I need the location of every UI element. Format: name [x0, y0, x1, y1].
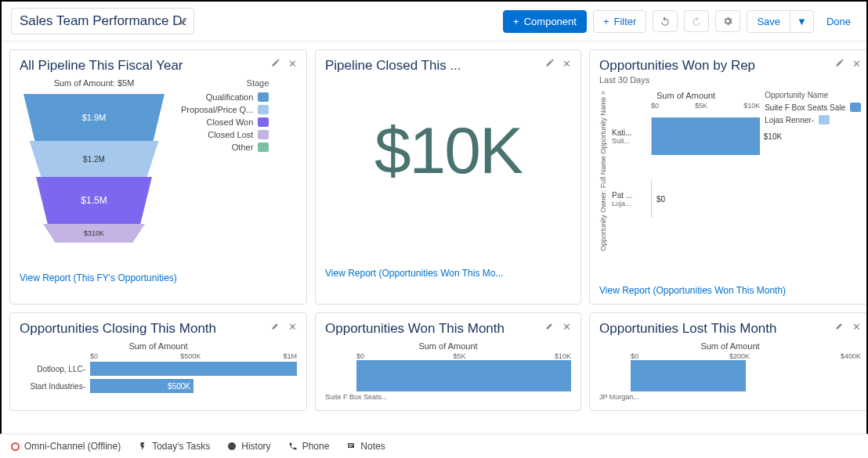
view-report-link[interactable]: View Report (Opportunities Won This Mont… [599, 285, 861, 296]
save-label: Save [757, 16, 780, 27]
tick: $500K [180, 352, 201, 360]
chart-title: Sum of Amount [599, 341, 861, 351]
card-title: Opportunities Won This Month [325, 321, 505, 337]
tick: $5K [453, 352, 465, 360]
card-lost-month: Opportunities Lost This Month ✕ Sum of A… [589, 312, 868, 411]
row-category: Suite F Box Seats... [325, 393, 571, 401]
bar [356, 360, 571, 391]
legend-item: Proposal/Price Q... [181, 105, 269, 114]
phone-label: Phone [302, 441, 330, 452]
todays-tasks-item[interactable]: Today's Tasks [138, 441, 210, 452]
card-closing-month: Opportunities Closing This Month ✕ Sum o… [9, 312, 307, 411]
pencil-icon[interactable] [271, 58, 280, 70]
close-icon[interactable]: ✕ [562, 58, 571, 70]
chart-row: Dotloop, LLC-$1M [20, 360, 297, 377]
bar: $1M [90, 362, 297, 376]
save-dropdown-button[interactable]: ▼ [790, 10, 814, 33]
legend-item: Suite F Box Seats Sale [765, 103, 861, 112]
chart-title: Sum of Amount [20, 341, 297, 351]
bar: $500K [90, 379, 193, 393]
pencil-icon[interactable] [271, 321, 280, 333]
add-filter-button[interactable]: + Filter [593, 10, 646, 33]
redo-button[interactable] [684, 10, 709, 32]
card-title: Pipeline Closed This ... [325, 58, 461, 74]
close-icon[interactable]: ✕ [288, 321, 297, 333]
card-won-month: Opportunities Won This Month ✕ Sum of Am… [315, 312, 581, 411]
status-ring-icon [11, 442, 20, 451]
close-icon[interactable]: ✕ [852, 58, 861, 70]
chart-row: Pat ...Loja... $0 [612, 175, 760, 222]
card-subtitle: Last 30 Days [599, 75, 755, 85]
chart-row: Start Industries-$500K [20, 377, 297, 395]
card-pipeline-fy: All Pipeline This Fiscal Year ✕ Sum of A… [9, 49, 307, 305]
notes-item[interactable]: Notes [346, 441, 385, 452]
legend-label: Proposal/Price Q... [181, 105, 253, 114]
lightning-icon [138, 442, 147, 451]
card-title: Opportunities Closing This Month [20, 321, 216, 337]
tick: $5K [695, 102, 707, 110]
bar-chart: Sum of Amount $0 $5K $10K Kati...Suit...… [612, 91, 760, 251]
view-report-link[interactable]: View Report (Opportunities Won This Mo..… [325, 268, 571, 279]
funnel-seg-3: $1.5M [36, 177, 152, 224]
gear-icon [722, 16, 733, 27]
settings-button[interactable] [715, 10, 740, 32]
chart-legend: Opportunity Name Suite F Box Seats Sale … [765, 91, 861, 251]
close-icon[interactable]: ✕ [852, 321, 861, 333]
phone-item[interactable]: Phone [288, 441, 330, 452]
utility-bar: Omni-Channel (Offline) Today's Tasks His… [0, 434, 868, 458]
swatch [258, 105, 269, 114]
legend-label: Suite F Box Seats Sale [765, 103, 845, 112]
pencil-icon[interactable] [835, 321, 844, 333]
swatch [258, 117, 269, 127]
legend-item: Closed Lost [181, 130, 269, 139]
plus-icon: + [513, 16, 519, 27]
card-title: Opportunities Won by Rep [599, 58, 755, 74]
y-axis-label: Opportunity Owner: Full Name Opportunity… [599, 91, 607, 251]
add-component-label: Component [524, 16, 577, 27]
x-ticks: $0$500K$1M [20, 352, 297, 360]
row-category: JP Morgan... [599, 393, 861, 401]
pencil-icon[interactable] [179, 16, 188, 26]
row-category: Start Industries- [20, 382, 90, 391]
toolbar: + Component + Filter Save ▼ Done [2, 2, 866, 41]
notes-icon [346, 442, 356, 451]
omni-channel-item[interactable]: Omni-Channel (Offline) [11, 441, 121, 452]
funnel-title: Sum of Amount: $5M [20, 78, 168, 88]
phone-icon [288, 442, 298, 451]
legend-item: Closed Won [181, 117, 269, 127]
swatch [819, 115, 830, 124]
pencil-icon[interactable] [835, 58, 844, 70]
close-icon[interactable]: ✕ [288, 58, 297, 70]
funnel-seg-4: $310K [43, 224, 145, 243]
bar: $10K [652, 117, 760, 155]
omni-label: Omni-Channel (Offline) [24, 441, 121, 452]
undo-button[interactable] [653, 10, 678, 32]
tasks-label: Today's Tasks [152, 441, 210, 452]
plus-icon: + [603, 16, 609, 27]
legend-title: Opportunity Name [765, 91, 861, 99]
pencil-icon[interactable] [545, 321, 555, 333]
view-report-link[interactable]: View Report (This FY's Opportunities) [20, 272, 297, 283]
legend-label: Closed Won [207, 117, 254, 127]
dashboard-title-wrap [11, 8, 194, 34]
history-label: History [241, 441, 270, 452]
swatch [258, 142, 269, 152]
chart-title: Sum of Amount [325, 341, 571, 351]
dashboard-title-input[interactable] [11, 8, 194, 34]
pencil-icon[interactable] [545, 58, 555, 70]
legend-item: Qualification [181, 92, 269, 102]
chevron-down-icon: ▼ [797, 16, 807, 27]
legend-item: Lojas Renner- [765, 115, 861, 124]
add-component-button[interactable]: + Component [503, 10, 587, 33]
tick: $0 [651, 102, 659, 110]
save-button[interactable]: Save [747, 10, 790, 33]
close-icon[interactable]: ✕ [562, 321, 571, 333]
done-button[interactable]: Done [820, 11, 857, 32]
history-item[interactable]: History [227, 441, 270, 452]
tick: $0 [356, 352, 364, 360]
save-button-group: Save ▼ [747, 10, 814, 33]
card-pipeline-closed: Pipeline Closed This ... ✕ $10K View Rep… [315, 49, 581, 305]
legend-item: Other [181, 142, 269, 152]
bar-label: $10K [764, 132, 782, 141]
swatch [258, 92, 269, 102]
